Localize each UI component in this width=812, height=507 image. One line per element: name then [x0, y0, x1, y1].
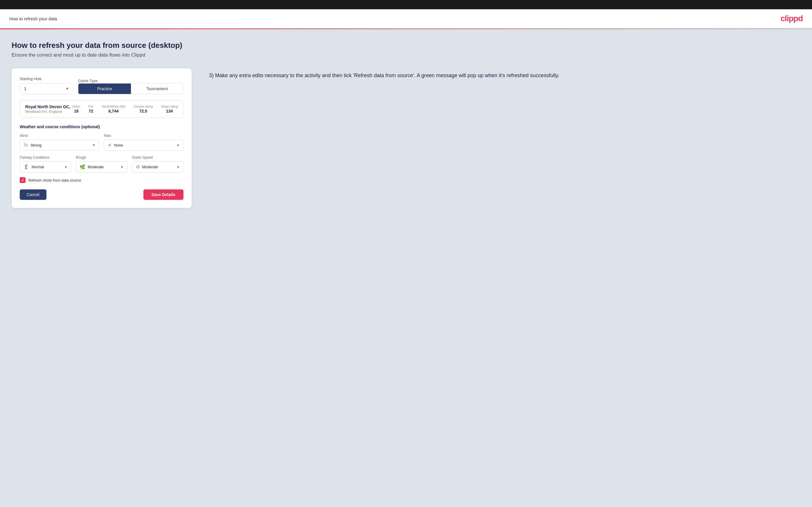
course-stat-holes: Holes 18 — [72, 105, 81, 113]
fairway-label: Fairway Conditions — [20, 156, 71, 160]
checkmark-icon: ✓ — [21, 178, 24, 182]
par-label: Par — [89, 105, 94, 108]
holes-label: Holes — [72, 105, 81, 108]
footer: Copyright Clippd 2022 — [0, 504, 812, 507]
course-stat-yards: Yards/White (M)) 6,744 — [102, 105, 125, 113]
rough-group: Rough 🌿 Moderate ▼ — [76, 156, 127, 173]
rough-value: Moderate — [88, 165, 118, 169]
rain-select[interactable]: ☀ None ▼ — [104, 139, 184, 151]
fairway-icon: 🏌 — [23, 164, 29, 170]
game-type-group: Game Type Practice Tournament — [78, 78, 184, 94]
header: How to refresh your data clippd — [0, 9, 812, 29]
main-content: How to refresh your data from source (de… — [0, 29, 812, 504]
header-title: How to refresh your data — [9, 16, 57, 21]
top-bar — [0, 0, 812, 9]
green-speed-label: Green Speed — [132, 156, 184, 160]
conditions-title: Weather and course conditions (optional) — [20, 124, 184, 129]
course-rating-label: Course rating — [134, 105, 153, 108]
game-type-buttons: Practice Tournament — [78, 83, 184, 94]
fairway-value: Normal — [32, 165, 62, 169]
tournament-button[interactable]: Tournament — [131, 83, 183, 94]
wind-rain-row: Wind 🌬 Strong ▼ Rain ☀ None ▼ — [20, 134, 184, 151]
course-stat-slope-rating: Slope rating 134 — [161, 105, 178, 113]
cancel-button[interactable]: Cancel — [20, 189, 46, 200]
game-type-label: Game Type — [78, 78, 98, 83]
page-subheading: Ensure the correct and most up to date d… — [12, 52, 800, 58]
rain-icon: ☀ — [108, 143, 112, 148]
rain-arrow-icon: ▼ — [176, 144, 180, 147]
course-location: Westward Ho!, England — [25, 110, 70, 114]
course-name: Royal North Devon GC, — [25, 104, 70, 109]
refresh-checkbox-row: ✓ Refresh shots from data source — [20, 177, 184, 183]
wind-group: Wind 🌬 Strong ▼ — [20, 134, 99, 151]
holes-value: 18 — [74, 109, 79, 113]
logo: clippd — [781, 14, 803, 23]
green-speed-arrow-icon: ▼ — [176, 165, 180, 169]
starting-hole-group: Starting Hole 1 ▼ — [20, 76, 72, 94]
rough-icon: 🌿 — [80, 164, 85, 170]
practice-button[interactable]: Practice — [79, 83, 131, 94]
fairway-select[interactable]: 🏌 Normal ▼ — [20, 161, 71, 173]
course-stat-par: Par 72 — [89, 105, 94, 113]
wind-icon: 🌬 — [23, 143, 28, 148]
par-value: 72 — [89, 109, 94, 113]
yards-label: Yards/White (M)) — [102, 105, 125, 108]
side-description: 3) Make any extra edits necessary to the… — [209, 71, 800, 80]
starting-hole-select[interactable]: 1 — [20, 83, 72, 94]
course-info: Royal North Devon GC, Westward Ho!, Engl… — [25, 104, 70, 114]
slope-rating-value: 134 — [166, 109, 173, 113]
starting-hole-select-wrapper: 1 ▼ — [20, 83, 72, 94]
green-speed-icon: ⚙ — [136, 164, 140, 170]
green-speed-value: Moderate — [142, 165, 174, 169]
course-stat-course-rating: Course rating 72.5 — [134, 105, 153, 113]
side-text: 3) Make any extra edits necessary to the… — [209, 68, 800, 80]
rough-label: Rough — [76, 156, 127, 160]
course-card: Royal North Devon GC, Westward Ho!, Engl… — [20, 100, 184, 118]
refresh-checkbox-label: Refresh shots from data source — [29, 178, 81, 182]
rough-arrow-icon: ▼ — [120, 165, 124, 169]
top-row-form: Starting Hole 1 ▼ Game Type Practice Tou… — [20, 76, 184, 94]
content-row: Starting Hole 1 ▼ Game Type Practice Tou… — [12, 68, 800, 208]
save-button[interactable]: Save Details — [143, 189, 184, 200]
green-speed-select[interactable]: ⚙ Moderate ▼ — [132, 161, 184, 173]
form-actions: Cancel Save Details — [20, 189, 184, 200]
wind-value: Strong — [31, 143, 90, 147]
slope-rating-label: Slope rating — [161, 105, 178, 108]
fairway-rough-green-row: Fairway Conditions 🏌 Normal ▼ Rough 🌿 Mo… — [20, 156, 184, 173]
rain-label: Rain — [104, 134, 184, 138]
green-speed-group: Green Speed ⚙ Moderate ▼ — [132, 156, 184, 173]
course-stats: Holes 18 Par 72 Yards/White (M)) 6,744 C… — [72, 105, 178, 113]
wind-arrow-icon: ▼ — [92, 143, 96, 147]
rain-group: Rain ☀ None ▼ — [104, 134, 184, 151]
page-heading: How to refresh your data from source (de… — [12, 41, 800, 50]
fairway-arrow-icon: ▼ — [64, 165, 67, 169]
starting-hole-label: Starting Hole — [20, 76, 72, 81]
wind-label: Wind — [20, 134, 99, 138]
wind-select[interactable]: 🌬 Strong ▼ — [20, 139, 99, 151]
yards-value: 6,744 — [109, 109, 119, 113]
rain-value: None — [114, 143, 174, 147]
form-panel: Starting Hole 1 ▼ Game Type Practice Tou… — [12, 68, 192, 208]
course-rating-value: 72.5 — [139, 109, 147, 113]
rough-select[interactable]: 🌿 Moderate ▼ — [76, 161, 127, 173]
fairway-group: Fairway Conditions 🏌 Normal ▼ — [20, 156, 71, 173]
refresh-checkbox[interactable]: ✓ — [20, 177, 26, 183]
